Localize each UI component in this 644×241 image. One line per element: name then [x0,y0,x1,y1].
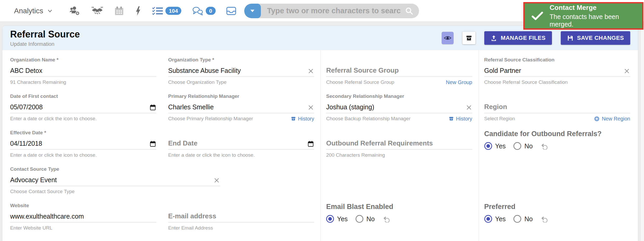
outbound-requirements-input[interactable]: Outbound Referral Requirements [326,139,472,150]
email-blast-yes-label: Yes [337,215,348,223]
manage-files-button[interactable]: MANAGE FILES [484,31,552,45]
effective-date-label: Effective Date * [10,130,156,136]
clear-x-icon[interactable] [307,104,314,111]
undo-icon[interactable] [383,215,390,223]
website-value: www.exulthealthcare.com [10,213,84,220]
vertical-scrollbar[interactable] [640,26,644,241]
save-icon [567,35,574,41]
field-primary-relationship-manager: Primary Relationship Manager Charles Sme… [168,93,314,122]
primary-manager-helper: Choose Primary Relationship Manager [168,116,253,122]
chat-messages-icon[interactable] [192,6,204,16]
add-contact-icon[interactable] [69,6,81,16]
organization-name-input[interactable]: ABC Detox [10,66,156,77]
eye-icon [444,35,452,41]
preferred-no-label: No [524,215,533,223]
classification-input[interactable]: Gold Partner [484,66,630,77]
field-email-address: E-mail address Enter Email Address [168,203,314,231]
clear-x-icon[interactable] [623,68,630,74]
end-date-input[interactable]: End Date [168,139,314,150]
field-organization-name: Organization Name * ABC Detox 91 Charact… [10,57,156,86]
watch-button[interactable] [442,32,454,44]
field-contact-source-type: Contact Source Type Advocacy Event Choos… [10,166,314,195]
search-scope-dropdown[interactable] [244,4,261,18]
lightning-icon[interactable] [135,6,141,16]
search-icon[interactable] [405,7,413,15]
new-group-link[interactable]: New Group [446,79,472,85]
chevron-down-icon [48,10,52,12]
analytics-menu-label: Analytics [14,7,43,15]
undo-icon[interactable] [541,215,548,223]
calendar-picker-icon[interactable] [149,140,156,147]
search-input[interactable] [261,7,405,15]
website-label: Website [10,203,156,209]
candidate-no-radio[interactable] [513,142,521,150]
manage-files-label: MANAGE FILES [501,35,545,41]
effective-date-helper: Enter a date or click the icon to choose… [10,152,97,158]
candidate-outbound-label: Candidate for Outbound Referrals? [484,130,630,138]
tasks-checklist-icon[interactable] [152,6,163,16]
candidate-yes-radio[interactable] [484,142,492,150]
new-region-link[interactable]: New Region [594,116,630,122]
first-contact-date-input[interactable]: 05/07/2008 [10,102,156,113]
end-date-helper: Enter a date or click the icon to choose… [168,152,255,158]
history-archive-icon [449,116,454,121]
page-title: Referral Source [10,29,80,40]
candidate-no-label: No [524,142,533,150]
secondary-manager-history-link[interactable]: History [449,116,472,122]
undo-icon[interactable] [541,142,548,150]
contact-source-type-input[interactable]: Advocacy Event [10,175,220,186]
classification-value: Gold Partner [484,67,521,74]
referral-source-group-input[interactable]: Referral Source Group [326,66,472,77]
handshake-icon[interactable] [91,6,104,16]
effective-date-value: 04/11/2018 [10,140,42,147]
inbox-icon[interactable] [226,6,236,16]
tasks-count-badge: 104 [165,7,181,15]
calendar-icon[interactable] [114,6,124,16]
organization-type-input[interactable]: Substance Abuse Facility [168,66,314,77]
global-search-bar [244,4,419,18]
field-referral-source-classification: Referral Source Classification Gold Part… [484,57,630,86]
organization-type-label: Organization Type * [168,57,314,63]
calendar-picker-icon[interactable] [149,104,156,111]
contact-source-type-label: Contact Source Type [10,166,314,173]
organization-name-helper: 91 Characters Remaining [10,79,66,85]
field-email-blast-enabled: Email Blast Enabled Yes No [326,203,472,231]
end-date-placeholder: End Date [168,139,198,147]
region-input[interactable]: Region [484,102,630,113]
email-blast-no-radio[interactable] [356,215,363,223]
calendar-picker-icon[interactable] [307,140,314,147]
primary-manager-history-link[interactable]: History [291,116,314,122]
field-secondary-relationship-manager: Secondary Relationship Manager Joshua (s… [326,93,472,122]
archive-button[interactable] [462,32,475,44]
secondary-manager-label: Secondary Relationship Manager [326,93,472,100]
field-organization-type: Organization Type * Substance Abuse Faci… [168,57,314,86]
column-divider [479,50,479,241]
organization-name-value: ABC Detox [10,67,42,74]
toast-title: Contact Merge [550,4,642,12]
first-contact-label: Date of First contact [10,93,156,100]
field-referral-source-group: Referral Source Group Choose Referral So… [326,57,472,86]
first-contact-date-value: 05/07/2008 [10,103,43,111]
clear-x-icon[interactable] [466,104,472,111]
clear-x-icon[interactable] [213,177,220,184]
messages-count-badge: 0 [206,7,216,15]
effective-date-input[interactable]: 04/11/2018 [10,139,156,150]
save-changes-button[interactable]: SAVE CHANGES [561,31,630,45]
analytics-menu[interactable]: Analytics [14,7,52,15]
region-helper: Select Region [484,116,515,122]
secondary-manager-value: Joshua (staging) [326,103,374,111]
website-input[interactable]: www.exulthealthcare.com [10,212,156,223]
field-preferred: Preferred Yes No [484,203,630,231]
preferred-yes-radio[interactable] [484,215,492,223]
clear-x-icon[interactable] [307,68,314,74]
referral-source-form: Organization Name * ABC Detox 91 Charact… [2,50,638,231]
history-archive-icon [291,116,296,121]
secondary-manager-input[interactable]: Joshua (staging) [326,102,472,113]
contact-source-type-value: Advocacy Event [10,176,57,184]
email-address-input[interactable]: E-mail address [168,212,314,223]
classification-label: Referral Source Classification [484,57,630,63]
page-subtitle: Update Information [10,41,80,47]
preferred-no-radio[interactable] [513,215,521,223]
email-blast-yes-radio[interactable] [326,215,334,223]
primary-manager-input[interactable]: Charles Smellie [168,102,314,113]
